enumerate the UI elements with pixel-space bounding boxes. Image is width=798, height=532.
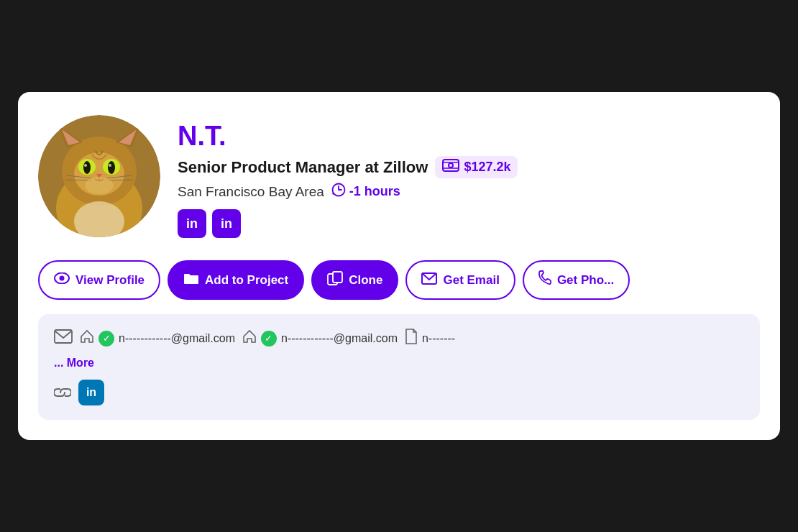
folder-icon [183,272,199,288]
doc-icon [405,329,418,348]
add-to-project-label: Add to Project [205,273,288,288]
get-phone-label: Get Pho... [557,273,614,288]
get-email-button[interactable]: Get Email [405,260,515,300]
profile-card: N.T. Senior Product Manager at Zillow $1… [18,92,780,440]
profile-title-row: Senior Product Manager at Zillow $127.2k [178,156,760,178]
profile-header: N.T. Senior Product Manager at Zillow $1… [38,115,760,240]
email-entry-3: n------- [405,329,455,348]
svg-point-21 [85,177,114,194]
view-profile-label: View Profile [75,273,145,288]
linkedin-link[interactable]: in [78,380,104,405]
verified-badge-2: ✓ [261,331,277,347]
time-badge: -1 hours [331,183,400,201]
salary-badge: $127.2k [435,156,518,178]
email-text-1: n------------@gmail.com [119,332,235,345]
get-phone-button[interactable]: Get Pho... [523,260,630,300]
email-entry-2: ✓ n------------@gmail.com [242,329,398,347]
home-icon-1 [80,329,94,347]
eye-icon [54,272,70,288]
view-profile-button[interactable]: View Profile [38,260,160,300]
social-icons: in in [178,209,760,238]
email-text-3: n------- [422,332,455,345]
svg-point-24 [449,163,453,168]
location-text: San Francisco Bay Area [178,184,324,200]
profile-name: N.T. [178,121,760,152]
svg-point-11 [83,161,91,174]
email-row: ✓ n------------@gmail.com ✓ n-----------… [54,329,744,348]
avatar [38,115,160,240]
clone-label: Clone [349,273,382,288]
clone-icon [327,271,343,289]
linkedin-badge-1[interactable]: in [178,209,206,238]
actions-row: View Profile Add to Project Clone [38,260,760,300]
email-icon [421,272,437,288]
get-email-label: Get Email [443,273,499,288]
clone-button[interactable]: Clone [311,260,398,300]
svg-point-12 [108,161,115,174]
clock-icon [331,183,346,201]
svg-point-29 [60,276,65,281]
more-link[interactable]: ... More [54,357,744,370]
svg-point-14 [109,164,111,167]
svg-rect-31 [333,272,342,283]
location-row: San Francisco Bay Area -1 hours [178,183,760,201]
verified-badge-1: ✓ [98,331,114,347]
links-row: in [54,380,744,405]
email-entry-1: ✓ n------------@gmail.com [80,329,235,347]
salary-icon [442,159,459,175]
salary-text: $127.2k [464,160,510,175]
profile-title: Senior Product Manager at Zillow [178,158,428,177]
time-offset: -1 hours [349,184,400,199]
link-icon [54,383,71,402]
svg-point-13 [84,164,87,167]
home-icon-2 [242,329,257,347]
email-text-2: n------------@gmail.com [281,332,398,345]
svg-rect-23 [443,160,459,171]
contact-section: ✓ n------------@gmail.com ✓ n-----------… [38,314,760,420]
profile-info: N.T. Senior Product Manager at Zillow $1… [178,115,760,238]
linkedin-badge-2[interactable]: in [212,209,241,238]
svg-rect-33 [55,330,72,343]
phone-icon [538,270,551,290]
add-to-project-button[interactable]: Add to Project [168,260,304,300]
envelope-icon [54,329,73,348]
